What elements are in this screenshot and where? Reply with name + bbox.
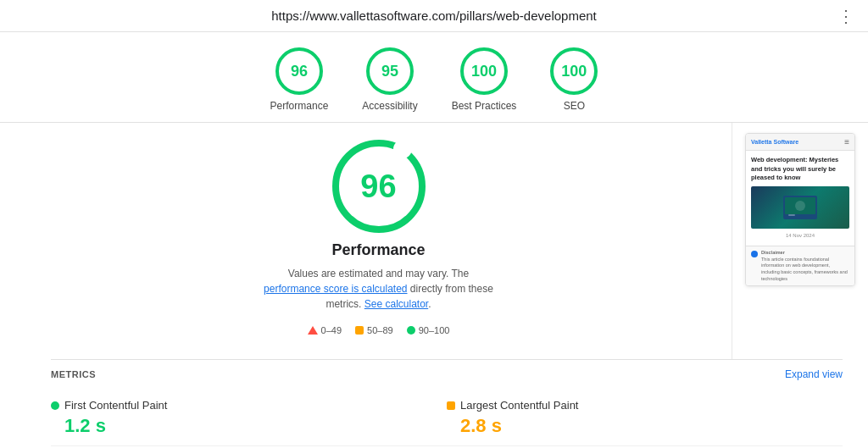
legend-green-icon [407,326,415,335]
score-description: Values are estimated and may vary. The p… [260,266,498,312]
metric-value-lcp: 2.8 s [447,415,843,437]
metric-dot-lcp [447,401,455,410]
score-item-best-practices[interactable]: 100 Best Practices [452,47,517,112]
metric-item-lcp: Largest Contentful Paint 2.8 s [447,390,843,446]
metric-dot-fcp [51,401,59,410]
metric-value-fcp: 1.2 s [51,415,447,437]
screenshot-logo: Valletta Software [751,139,798,145]
scores-row: 96 Performance 95 Accessibility 100 Best… [0,32,868,123]
score-item-accessibility[interactable]: 95 Accessibility [362,47,417,112]
big-score-wrapper: 96 Performance Values are estimated and … [51,140,706,335]
score-legend: 0–49 50–89 90–100 [308,325,450,335]
screenshot-header: Valletta Software ≡ [746,134,854,151]
calculator-link[interactable]: See calculator [364,298,428,310]
legend-orange: 50–89 [355,325,393,335]
screenshot-image [751,186,849,229]
main-content: 96 Performance Values are estimated and … [0,123,868,359]
legend-red-icon [308,326,318,335]
score-label-seo: SEO [564,100,585,112]
metrics-section: METRICS Expand view First Contentful Pai… [0,359,868,448]
legend-green-label: 90–100 [419,325,450,335]
metrics-grid: First Contentful Paint 1.2 s Largest Con… [51,390,843,448]
big-score-circle: 96 [332,140,426,233]
expand-view-button[interactable]: Expand view [785,368,843,380]
score-label-best-practices: Best Practices [452,100,517,112]
right-panel: Valletta Software ≡ Web development: Mys… [732,123,868,359]
screenshot-footer: Disclaimer This article contains foundat… [746,246,854,285]
more-options-icon[interactable]: ⋮ [837,6,854,26]
metric-item-fcp: First Contentful Paint 1.2 s [51,390,447,446]
score-item-seo[interactable]: 100 SEO [550,47,598,112]
page-url: https://www.vallettasoftware.com/pillars… [271,8,597,23]
legend-red: 0–49 [308,325,342,335]
svg-point-2 [795,201,805,211]
big-score-title: Performance [331,241,425,259]
legend-red-label: 0–49 [321,325,342,335]
score-label-accessibility: Accessibility [362,100,417,112]
score-item-performance[interactable]: 96 Performance [270,47,329,112]
screenshot-date: 14 Nov 2024 [751,232,849,239]
legend-orange-icon [355,326,364,335]
page-header: https://www.vallettasoftware.com/pillars… [0,0,868,32]
metrics-header: METRICS Expand view [51,359,843,387]
screenshot-menu-icon: ≡ [844,137,849,147]
perf-score-link[interactable]: performance score is calculated [264,283,407,295]
left-panel: 96 Performance Values are estimated and … [0,123,732,359]
metric-name-row-fcp: First Contentful Paint [51,399,447,412]
screenshot-disclaimer: Disclaimer This article contains foundat… [761,250,849,282]
score-circle-seo: 100 [550,47,598,95]
screenshot-footer-icon [751,251,758,257]
score-circle-accessibility: 95 [366,47,414,95]
score-label-performance: Performance [270,100,329,112]
svg-rect-3 [788,214,795,216]
metric-name-row-lcp: Largest Contentful Paint [447,399,843,412]
big-score-value: 96 [360,169,396,205]
legend-orange-label: 50–89 [367,325,393,335]
score-circle-performance: 96 [275,47,323,95]
metric-name-fcp: First Contentful Paint [64,399,167,412]
score-circle-best-practices: 100 [460,47,508,95]
screenshot-image-graphic [783,196,817,219]
screenshot-article-title: Web development: Mysteries and tricks yo… [751,156,849,183]
screenshot-body: Web development: Mysteries and tricks yo… [746,151,854,246]
screenshot-card: Valletta Software ≡ Web development: Mys… [745,133,855,286]
metric-name-lcp: Largest Contentful Paint [460,399,578,412]
legend-green: 90–100 [407,325,450,335]
metrics-section-label: METRICS [51,369,96,379]
